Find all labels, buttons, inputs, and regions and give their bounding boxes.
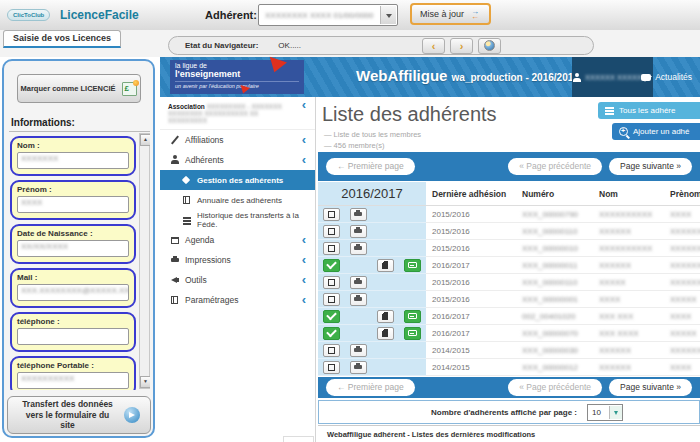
nav-item-gestion-des-adherents[interactable]: Gestion des adhérents: [160, 170, 315, 190]
all-members-button[interactable]: Tous les adhére: [598, 102, 700, 119]
zoom-in-button[interactable]: [283, 436, 314, 442]
checkbox-square-icon: [328, 347, 335, 354]
field-input[interactable]: XXXXXXXXXX: [17, 372, 129, 389]
previous-page-button[interactable]: « Page précédente: [508, 158, 602, 175]
column-header-numero: Numéro: [516, 182, 593, 206]
table-cell-document: [372, 325, 398, 342]
nav-item-impressions[interactable]: Impressions‹: [160, 250, 315, 270]
nav-item-agenda[interactable]: Agenda‹: [160, 230, 315, 250]
document-button[interactable]: [377, 259, 394, 272]
table-cell-nom: XXXXXX: [593, 223, 664, 240]
current-member-button[interactable]: [323, 310, 340, 323]
field-label: téléphone Portable :: [17, 361, 129, 370]
current-member-button[interactable]: [323, 259, 340, 272]
table-cell-document: [372, 223, 398, 240]
card-button[interactable]: [404, 310, 421, 323]
prenom-value: XXXX: [670, 312, 691, 321]
table-cell-nom: XXXXXX: [593, 359, 664, 376]
nav-item-label: Impressions: [185, 255, 231, 265]
home-button[interactable]: [478, 38, 501, 54]
table-cell-select: [318, 291, 344, 308]
first-page-button[interactable]: ← Première page: [326, 158, 415, 175]
nav-item-parametrages[interactable]: Paramétrages‹: [160, 290, 315, 310]
table-cell-numero: XXX_00000030: [516, 342, 593, 359]
adherent-select-value: XXXXXXXX XXXX 01/00/0000: [259, 11, 379, 20]
scrollbar-vertical[interactable]: ▲ ▼: [139, 133, 150, 389]
field-input[interactable]: XXXX: [17, 196, 129, 213]
mark-licensed-button[interactable]: Marquer comme LICENCIÉ: [17, 74, 141, 103]
prenom-value: XXXXXXX: [670, 227, 700, 236]
print-button[interactable]: [350, 225, 367, 238]
document-icon: [382, 312, 388, 320]
actualites-button[interactable]: Actualités: [637, 57, 696, 97]
back-button[interactable]: ‹: [422, 38, 445, 54]
nav-item-association[interactable]: Association XXXXXXXXX - XXXXXXX XXXXXXXX…: [160, 97, 315, 130]
table-cell-document: [372, 206, 398, 223]
dropdown-arrow-icon[interactable]: [380, 6, 396, 24]
print-button[interactable]: [350, 361, 367, 374]
document-button[interactable]: [377, 327, 394, 340]
first-page-button[interactable]: ← Première page: [326, 379, 415, 396]
document-button[interactable]: [377, 310, 394, 323]
previous-page-button[interactable]: « Page précédente: [508, 379, 602, 396]
field-value: XX/XX/XXXX: [21, 242, 68, 251]
browser-nav-buttons: ‹ ›: [422, 38, 501, 54]
field-input[interactable]: XX/XX/XXXX: [17, 240, 129, 257]
table-cell-card: [398, 240, 426, 257]
print-button[interactable]: [350, 208, 367, 221]
select-checkbox[interactable]: [323, 225, 340, 238]
current-member-button[interactable]: [323, 327, 340, 340]
table-cell-select: [318, 308, 344, 325]
select-checkbox[interactable]: [323, 344, 340, 357]
table-cell-card: [398, 257, 426, 274]
scroll-down-icon[interactable]: ▼: [140, 376, 150, 388]
scroll-up-icon[interactable]: ▲: [140, 134, 150, 146]
nav-item-label: Historique des transferts à la Fédé.: [197, 211, 315, 229]
update-button[interactable]: Mise à jour: [410, 3, 491, 25]
select-checkbox[interactable]: [323, 276, 340, 289]
checkbox-square-icon: [328, 228, 335, 235]
print-button[interactable]: [350, 242, 367, 255]
per-page-select[interactable]: 10: [587, 404, 623, 421]
next-page-button[interactable]: Page suivante »: [609, 379, 692, 396]
nav-item-affiliations[interactable]: Affiliations‹: [160, 130, 315, 150]
select-checkbox[interactable]: [323, 242, 340, 255]
table-cell-numero: XXX_00000012: [516, 359, 593, 376]
next-page-button[interactable]: Page suivante »: [609, 158, 692, 175]
magnifier-plus-icon: [619, 127, 628, 136]
table-cell-derniere-adhesion: 2015/2016: [426, 240, 516, 257]
select-checkbox[interactable]: [323, 293, 340, 306]
field-input[interactable]: XXX.XXXXXXXX@XXXXX.XX: [17, 284, 129, 301]
nav-item-adherents[interactable]: Adhérents‹: [160, 150, 315, 170]
adherents-table: 2016/2017 Dernière adhésion Numéro Nom P…: [318, 182, 700, 376]
card-button[interactable]: [404, 327, 421, 340]
tag-icon: [182, 175, 192, 185]
table-cell-prenom: XXXXXXXX: [664, 342, 700, 359]
table-cell-document: [372, 274, 398, 291]
transfer-data-button[interactable]: Transfert des données vers le formulaire…: [7, 396, 151, 434]
table-cell-document: [372, 308, 398, 325]
printer-icon: [353, 362, 363, 372]
forward-button[interactable]: ›: [450, 38, 473, 54]
field-input[interactable]: [17, 328, 129, 345]
nom-value: XXXX: [599, 295, 620, 304]
print-button[interactable]: [350, 293, 367, 306]
select-checkbox[interactable]: [323, 361, 340, 374]
add-member-button[interactable]: Ajouter un adhé: [612, 123, 700, 140]
nav-item-annuaire-des-adherents[interactable]: Annuaire des adhérents: [160, 190, 315, 210]
table-cell-document: [372, 342, 398, 359]
print-button[interactable]: [350, 344, 367, 357]
field-input[interactable]: XXXXXXX: [17, 152, 129, 169]
adherent-select[interactable]: XXXXXXXX XXXX 01/00/0000: [258, 4, 398, 26]
status-label: Etat du Navigateur:: [185, 41, 258, 50]
checkbox-square-icon: [328, 296, 335, 303]
nav-item-outils[interactable]: Outils‹: [160, 270, 315, 290]
chevron-icon: ‹: [302, 155, 306, 165]
select-checkbox[interactable]: [323, 208, 340, 221]
per-page-bar: Nombre d'adhérents affiché par page : 10: [318, 400, 700, 424]
nav-item-historique-des-transferts-a-la-fede[interactable]: Historique des transferts à la Fédé.: [160, 210, 315, 230]
tab-saisie-licences[interactable]: Saisie de vos Licences: [3, 30, 121, 48]
webaffiligue-title: WebAffiligue wa_production - 2016/2017: [356, 67, 579, 84]
print-button[interactable]: [350, 276, 367, 289]
card-button[interactable]: [404, 259, 421, 272]
